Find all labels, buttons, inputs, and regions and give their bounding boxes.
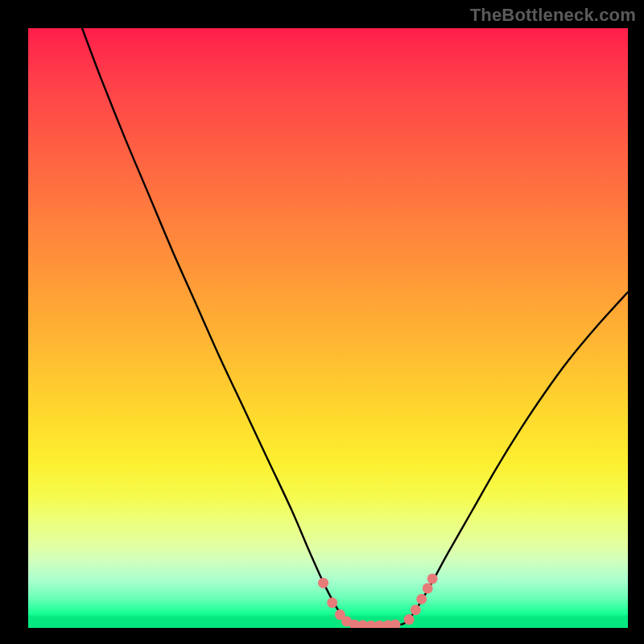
watermark-text: TheBottleneck.com	[470, 5, 636, 26]
bottleneck-curve	[82, 28, 628, 625]
data-marker	[416, 594, 427, 605]
data-marker	[327, 597, 337, 608]
plot-area	[28, 28, 628, 628]
chart-svg	[28, 28, 628, 628]
data-marker	[427, 573, 438, 584]
data-marker	[404, 614, 415, 625]
data-marker	[318, 578, 328, 588]
data-marker	[411, 605, 421, 615]
marker-group	[318, 573, 438, 628]
data-marker	[423, 583, 433, 593]
data-marker	[390, 619, 400, 628]
chart-frame: TheBottleneck.com	[0, 0, 644, 644]
curve-group	[82, 28, 628, 625]
